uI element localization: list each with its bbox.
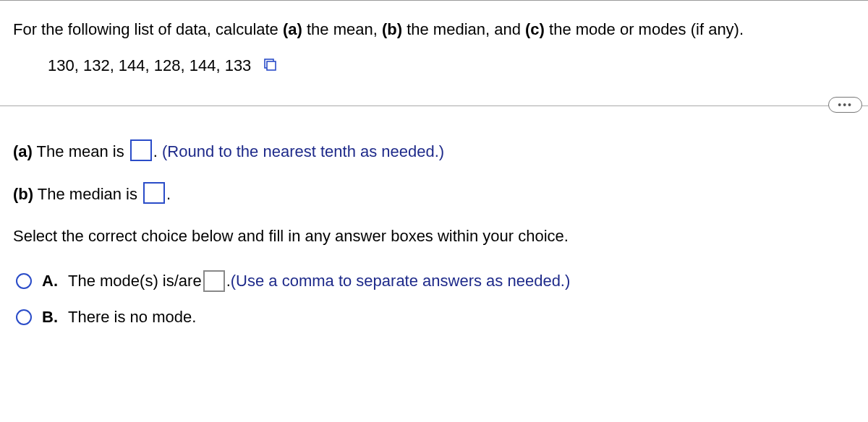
part-a-bold: (a) (13, 142, 33, 160)
stem-prefix: For the following list of data, calculat… (13, 20, 283, 38)
stem-a-text: the mean, (302, 20, 382, 38)
choice-instruction: Select the correct choice below and fill… (13, 225, 855, 248)
stem-c-bold: (c) (525, 20, 545, 38)
choice-b-row: B. There is no mode. (13, 306, 855, 329)
choice-b-letter: B. (42, 306, 58, 329)
part-a-lead: The mean is (33, 142, 129, 160)
question-stem: For the following list of data, calculat… (0, 1, 868, 98)
choice-b-label: B. There is no mode. (42, 306, 196, 329)
stem-b-bold: (b) (382, 20, 402, 38)
mode-input[interactable] (203, 270, 225, 292)
divider: ••• (0, 106, 868, 106)
part-b-bold: (b) (13, 185, 33, 203)
choice-a-radio[interactable] (16, 273, 32, 289)
choice-b-radio[interactable] (16, 309, 32, 325)
stem-b-text: the median, and (402, 20, 525, 38)
part-b-lead: The median is (33, 185, 142, 203)
stem-a-bold: (a) (283, 20, 302, 38)
mean-input[interactable] (130, 139, 152, 161)
stem-c-text: the mode or modes (if any). (545, 20, 744, 38)
data-line: 130, 132, 144, 128, 144, 133 (13, 41, 855, 98)
part-a-line: (a) The mean is . (Round to the nearest … (13, 139, 855, 163)
more-label: ••• (838, 99, 853, 111)
choice-a-row: A. The mode(s) is/are . (Use a comma to … (13, 270, 855, 293)
choice-b-text: There is no mode. (68, 306, 196, 329)
choice-a-label: A. The mode(s) is/are . (Use a comma to … (42, 270, 570, 293)
part-a-hint: (Round to the nearest tenth as needed.) (162, 142, 444, 160)
question-page: For the following list of data, calculat… (0, 0, 868, 422)
choice-a-hint: (Use a comma to separate answers as need… (231, 270, 571, 293)
svg-rect-1 (267, 61, 276, 70)
part-a-tail: . (153, 142, 162, 160)
choice-a-lead: The mode(s) is/are (68, 270, 202, 293)
data-values: 130, 132, 144, 128, 144, 133 (48, 56, 251, 74)
answers-block: (a) The mean is . (Round to the nearest … (0, 106, 868, 328)
part-b-tail: . (166, 185, 171, 203)
more-options-button[interactable]: ••• (828, 97, 862, 113)
part-b-line: (b) The median is . (13, 182, 855, 206)
copy-icon[interactable] (263, 55, 277, 78)
median-input[interactable] (143, 182, 165, 204)
choice-a-letter: A. (42, 270, 58, 293)
